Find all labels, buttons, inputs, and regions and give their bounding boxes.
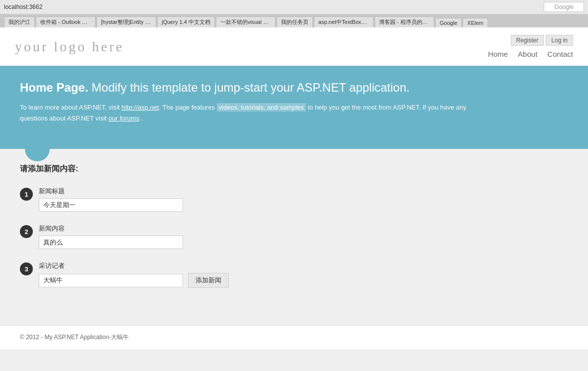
hero-body: To learn more about ASP.NET, visit http:…	[20, 102, 468, 124]
step-badge-1: 1	[20, 188, 33, 201]
hero-text-before-link: To learn more about ASP.NET, visit	[20, 104, 121, 111]
hero-title-rest: Modify this template to jump-start your …	[88, 81, 409, 94]
nav-home[interactable]: Home	[488, 50, 508, 58]
tab-2[interactable]: [hystar整理]Entity Fr...	[97, 16, 156, 27]
form-group-content-3: 采访记者 添加新闻	[39, 261, 568, 288]
step-badge-2: 2	[20, 225, 33, 238]
hero-banner: Home Page. Modify this template to jump-…	[0, 66, 588, 149]
input-news-content[interactable]	[39, 236, 183, 249]
browser-url: localhost:3662	[4, 3, 42, 10]
form-title: 请添加新闻内容:	[20, 164, 568, 174]
hero-text-end: .	[139, 115, 143, 122]
tab-7[interactable]: 博客园 - 程序员的网...	[375, 16, 434, 27]
header-right: Register Log in Home About Contact	[488, 35, 573, 58]
nav-contact[interactable]: Contact	[547, 50, 573, 58]
form-group-title: 1 新闻标题	[20, 187, 568, 212]
page-footer: © 2012 - My ASP.NET Application-大蜗牛	[0, 325, 588, 349]
tab-0[interactable]: 我的沪江	[4, 16, 35, 27]
tab-6[interactable]: asp.net中TextBox怎...	[314, 16, 374, 27]
submit-button[interactable]: 添加新闻	[188, 273, 229, 288]
label-news-reporter: 采访记者	[39, 261, 568, 270]
search-box[interactable]: Google	[544, 2, 584, 12]
tab-8[interactable]: Google	[435, 18, 462, 27]
highlight-box: videos, tutorials, and samples	[217, 103, 306, 112]
form-group-content: 2 新闻内容	[20, 224, 568, 249]
hero-title: Home Page. Modify this template to jump-…	[20, 81, 568, 95]
form-group-content-1: 新闻标题	[39, 187, 568, 212]
login-button[interactable]: Log in	[546, 35, 573, 46]
input-news-reporter[interactable]	[39, 274, 183, 287]
logo: your logo here	[15, 39, 124, 55]
hero-text-after-link: . The page features	[159, 104, 216, 111]
main-nav: Home About Contact	[488, 50, 573, 58]
register-button[interactable]: Register	[511, 35, 544, 46]
form-area: 请添加新闻内容: 1 新闻标题 2 新闻内容	[0, 149, 588, 325]
auth-links: Register Log in	[511, 35, 573, 46]
page-header: your logo here Register Log in Home Abou…	[0, 27, 588, 66]
forums-link[interactable]: our forums	[108, 115, 139, 122]
asp-link[interactable]: http://asp.net	[121, 104, 159, 111]
input-news-title[interactable]	[39, 198, 183, 212]
tab-9[interactable]: XElem	[463, 18, 488, 27]
footer-text: © 2012 - My ASP.NET Application-大蜗牛	[20, 334, 129, 341]
tab-4[interactable]: 一款不错的visual stu...	[216, 16, 276, 27]
hero-circle-decoration	[25, 136, 50, 161]
step-badge-3: 3	[20, 262, 33, 275]
tab-1[interactable]: 收件箱 - Outlook We...	[36, 16, 96, 27]
nav-about[interactable]: About	[518, 50, 537, 58]
submit-row: 添加新闻	[39, 273, 568, 288]
label-news-title: 新闻标题	[39, 187, 568, 196]
hero-title-bold: Home Page.	[20, 81, 88, 94]
tab-5[interactable]: 我的任务页	[277, 16, 313, 27]
tab-3[interactable]: jQuery 1.4 中文文档	[157, 16, 215, 27]
tab-bar: 我的沪江 收件箱 - Outlook We... [hystar整理]Entit…	[0, 14, 588, 27]
label-news-content: 新闻内容	[39, 224, 568, 233]
form-group-content-2: 新闻内容	[39, 224, 568, 249]
form-group-reporter: 3 采访记者 添加新闻	[20, 261, 568, 288]
